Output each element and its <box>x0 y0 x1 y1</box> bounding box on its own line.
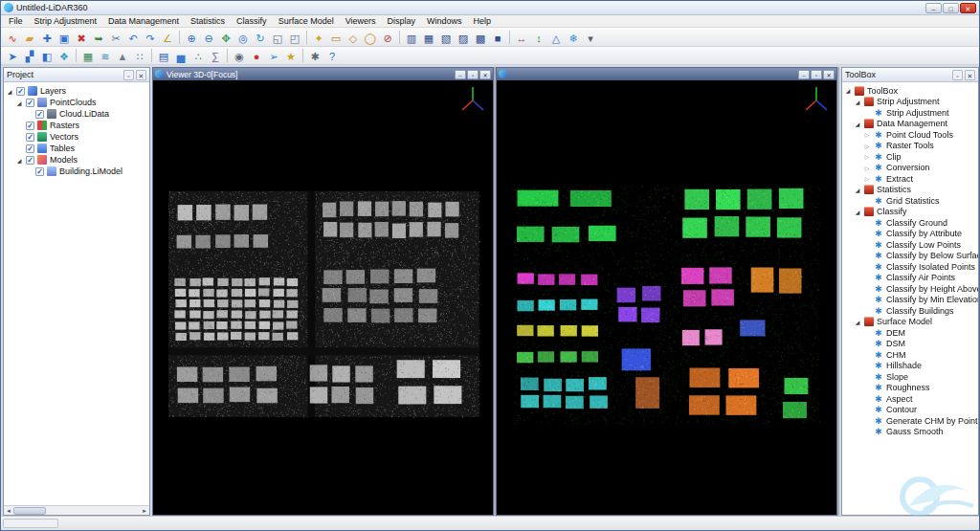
menu-item-display[interactable]: Display <box>382 15 422 28</box>
expand-arrow-icon[interactable]: ◢ <box>854 319 861 325</box>
tree-item-strip-adjustment[interactable]: ✱Strip Adjustment <box>842 107 978 119</box>
menu-item-classify[interactable]: Classify <box>231 15 273 28</box>
expand-arrow-icon[interactable]: ◢ <box>854 121 861 127</box>
more-dropdown-icon[interactable]: ▾ <box>582 30 599 45</box>
expand-arrow-icon[interactable]: ◢ <box>854 187 861 193</box>
expand-arrow-icon[interactable]: ◢ <box>6 88 13 95</box>
top-view-icon[interactable]: ◱ <box>269 30 286 45</box>
select-polygon-icon[interactable]: ◇ <box>345 30 362 45</box>
layer-checkbox[interactable]: ✓ <box>26 133 34 142</box>
tree-item-classify-by-height-above-ground[interactable]: ✱Classify by Height Above Ground <box>842 283 978 295</box>
tin-tool-icon[interactable]: ▲ <box>114 48 131 63</box>
tree-item-vectors[interactable]: ✓Vectors <box>4 131 149 143</box>
select-circle-icon[interactable]: ◯ <box>362 30 379 45</box>
clear-selection-icon[interactable]: ⊘ <box>379 30 396 45</box>
viewer-restore-icon[interactable]: ▫ <box>811 70 822 79</box>
tree-item-gauss-smooth[interactable]: ✱Gauss Smooth <box>842 427 978 438</box>
layer-checkbox[interactable]: ✓ <box>26 122 34 130</box>
fly-through-icon[interactable]: ➢ <box>265 48 282 63</box>
menu-item-statistics[interactable]: Statistics <box>185 15 231 28</box>
display-blend-icon[interactable]: ■ <box>489 30 506 45</box>
menu-item-help[interactable]: Help <box>468 15 498 28</box>
tree-item-statistics[interactable]: ◢Statistics <box>842 185 978 196</box>
viewer-minimize-icon[interactable]: – <box>455 70 466 79</box>
settings-icon[interactable]: ✱ <box>306 48 323 63</box>
pan-icon[interactable]: ✥ <box>217 30 234 45</box>
tree-item-classify-air-points[interactable]: ✱Classify Air Points <box>842 273 978 284</box>
clip-tool-icon[interactable]: ✂ <box>107 30 124 45</box>
tree-item-dsm[interactable]: ✱DSM <box>842 339 978 350</box>
expand-arrow-icon[interactable]: ◢ <box>15 100 23 106</box>
menu-item-data-management[interactable]: Data Management <box>102 15 185 28</box>
tree-item-aspect[interactable]: ✱Aspect <box>842 393 978 405</box>
tree-item-rasters[interactable]: ✓Rasters <box>4 120 149 131</box>
display-by-intensity-icon[interactable]: ▦ <box>420 30 437 45</box>
viewer-3d-1-canvas[interactable] <box>497 80 836 515</box>
tree-item-classify-by-min-elevation[interactable]: ✱Classify by Min Elevation <box>842 295 978 306</box>
record-icon[interactable]: ● <box>248 48 265 63</box>
scroll-thumb[interactable] <box>13 507 46 515</box>
tree-item-slope[interactable]: ✱Slope <box>842 371 978 383</box>
tree-item-clip[interactable]: ▷✱Clip <box>842 151 978 163</box>
expand-arrow-icon[interactable]: ◢ <box>15 157 23 164</box>
tree-item-classify-by-attribute[interactable]: ✱Classify by Attribute <box>842 229 978 240</box>
undock-panel-icon[interactable]: ▫ <box>952 70 963 80</box>
select-point-icon[interactable]: ✦ <box>310 30 327 45</box>
close-panel-icon[interactable]: ✕ <box>965 70 975 80</box>
add-data-icon[interactable]: ✚ <box>38 30 56 45</box>
viewer-minimize-icon[interactable]: – <box>798 70 810 79</box>
tree-item-grid-statistics[interactable]: ✱Grid Statistics <box>842 195 978 207</box>
expand-arrow-icon[interactable]: ▷ <box>863 143 871 149</box>
expand-arrow-icon[interactable]: ▷ <box>863 131 871 138</box>
seed-point-icon[interactable]: ❖ <box>56 48 73 63</box>
save-project-icon[interactable]: ▣ <box>56 30 73 45</box>
orbit-icon[interactable]: ↻ <box>252 30 269 45</box>
contour-tool-icon[interactable]: ≋ <box>97 48 114 63</box>
layer-checkbox[interactable]: ✓ <box>35 110 44 119</box>
undo-icon[interactable]: ↶ <box>124 30 142 45</box>
layer-checkbox[interactable]: ✓ <box>26 144 34 153</box>
tree-item-dem[interactable]: ✱DEM <box>842 327 978 339</box>
select-rectangle-icon[interactable]: ▭ <box>327 30 345 45</box>
expand-arrow-icon[interactable]: ▷ <box>863 175 871 182</box>
profile-tool-icon[interactable]: ∿ <box>4 30 21 45</box>
tree-item-data-management[interactable]: ◢Data Management <box>842 119 978 130</box>
tree-item-surface-model[interactable]: ◢Surface Model <box>842 317 978 328</box>
density-tool-icon[interactable]: ∷ <box>131 48 148 63</box>
tree-item-roughness[interactable]: ✱Roughness <box>842 383 978 394</box>
remove-data-icon[interactable]: ✖ <box>73 30 90 45</box>
tree-item-point-cloud-tools[interactable]: ▷✱Point Cloud Tools <box>842 129 978 141</box>
expand-arrow-icon[interactable]: ◢ <box>844 87 852 94</box>
viewer-close-icon[interactable]: ✕ <box>823 70 835 79</box>
tree-item-strip-adjustment[interactable]: ◢Strip Adjustment <box>842 97 978 108</box>
viewer-1-titlebar[interactable]: – ▫ ✕ <box>497 68 836 80</box>
tree-item-conversion[interactable]: ▷✱Conversion <box>842 163 978 174</box>
tree-item-classify-ground[interactable]: ✱Classify Ground <box>842 217 978 229</box>
raster-tool-icon[interactable]: ▦ <box>79 48 97 63</box>
zoom-out-icon[interactable]: ⊖ <box>200 30 217 45</box>
statistics-tool-icon[interactable]: ∑ <box>207 48 224 63</box>
scatter-plot-icon[interactable]: ∴ <box>189 48 207 63</box>
glass-display-icon[interactable]: ❄ <box>565 30 582 45</box>
tree-item-toolbox[interactable]: ◢ToolBox <box>842 85 978 97</box>
layer-checkbox[interactable]: ✓ <box>35 167 44 176</box>
menu-item-surface-model[interactable]: Surface Model <box>273 15 340 28</box>
histogram-icon[interactable]: ▅ <box>172 48 189 63</box>
front-view-icon[interactable]: ◰ <box>286 30 303 45</box>
viewer-close-icon[interactable]: ✕ <box>479 70 491 79</box>
scroll-left-icon[interactable]: ◂ <box>4 507 13 515</box>
close-panel-icon[interactable]: ✕ <box>136 70 146 80</box>
tree-item-raster-tools[interactable]: ▷✱Raster Tools <box>842 141 978 152</box>
tree-item-tables[interactable]: ✓Tables <box>4 143 149 154</box>
menu-item-windows[interactable]: Windows <box>421 15 468 28</box>
profile-view-icon[interactable]: ◧ <box>38 48 56 63</box>
viewer-restore-icon[interactable]: ▫ <box>467 70 479 79</box>
menu-item-viewers[interactable]: Viewers <box>340 15 382 28</box>
pick-tool-icon[interactable]: ➤ <box>4 48 21 63</box>
tree-item-chm[interactable]: ✱CHM <box>842 349 978 361</box>
menu-item-file[interactable]: File <box>3 15 29 28</box>
menu-item-strip-adjustment[interactable]: Strip Adjustment <box>29 15 103 28</box>
tree-item-building-limodel[interactable]: ✓Building.LiModel <box>4 166 149 177</box>
measure-distance-icon[interactable]: ↔ <box>513 30 530 45</box>
tree-item-classify-by-below-surface[interactable]: ✱Classify by Below Surface <box>842 251 978 262</box>
